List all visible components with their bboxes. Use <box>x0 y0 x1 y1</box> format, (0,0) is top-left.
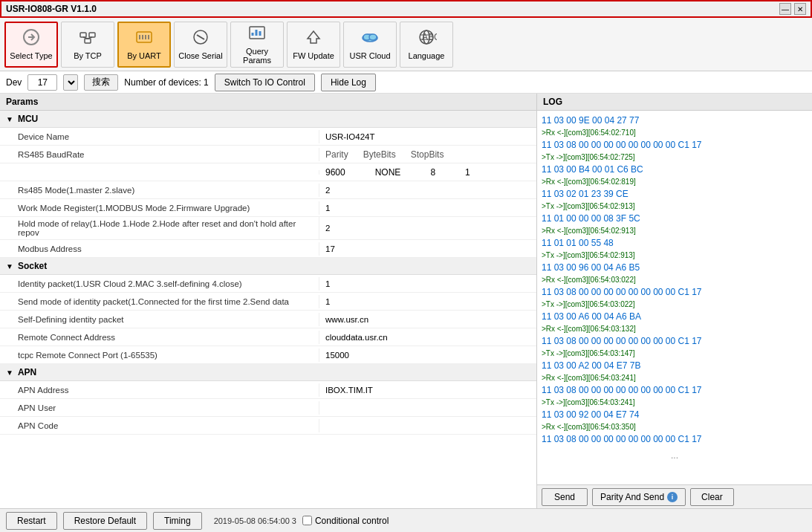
list-item: >Tx ->][com3][06:54:02:725] <box>542 152 808 163</box>
list-item: >Rx <-][com3][06:54:03:350] <box>542 421 808 432</box>
param-label: Self-Defining identity packet <box>0 313 319 326</box>
param-label: Send mode of identity packet(1.Connected… <box>0 295 319 308</box>
param-value-item: 1 <box>465 167 470 178</box>
minimize-button[interactable]: — <box>779 3 791 15</box>
search-button[interactable]: 搜索 <box>84 74 118 91</box>
svg-rect-2 <box>89 33 95 37</box>
conditional-label: Conditional control <box>302 516 389 526</box>
log-bottom-bar: Send Parity And Send i Clear <box>537 484 812 508</box>
param-label: RS485 BaudRate <box>0 148 319 161</box>
param-value-cell: StopBits <box>411 149 444 160</box>
section-header-socket[interactable]: ▼Socket <box>0 258 536 275</box>
svg-line-12 <box>197 35 204 39</box>
table-row: APN Code <box>0 417 536 435</box>
list-item: >Rx <-][com3][06:54:02:710] <box>542 127 808 138</box>
dev-select[interactable] <box>63 74 78 91</box>
table-row: Send mode of identity packet(1.Connected… <box>0 293 536 311</box>
section-header-apn[interactable]: ▼APN <box>0 364 536 381</box>
param-value-item: NONE <box>375 167 401 178</box>
dev-label: Dev <box>6 77 22 88</box>
list-item: >Tx ->][com3][06:54:02:913] <box>542 201 808 212</box>
list-item: >Rx <-][com3][06:54:02:819] <box>542 176 808 187</box>
restart-button[interactable]: Restart <box>6 512 57 530</box>
list-item: 11 03 08 00 00 00 00 00 00 00 00 C1 17 <box>542 432 808 446</box>
toolbar-btn-select-type[interactable]: Select Type <box>4 22 58 68</box>
table-row: tcpc Remote Connect Port (1-65535)15000 <box>0 346 536 364</box>
list-item: 11 03 08 00 00 00 00 00 00 00 00 C1 17 <box>542 285 808 299</box>
toolbar-btn-fw-update[interactable]: FW Update <box>287 22 340 68</box>
send-button[interactable]: Send <box>542 488 588 506</box>
main-area: Params ▼MCUDevice NameUSR-IO424TRS485 Ba… <box>0 94 812 508</box>
info-icon: i <box>667 492 678 502</box>
toolbar-btn-query-params[interactable]: Query Params <box>230 22 284 68</box>
param-values-multi: ParityByteBitsStopBits <box>319 147 449 162</box>
param-label: tcpc Remote Connect Port (1-65535) <box>0 348 319 362</box>
param-value <box>319 424 536 428</box>
usr-cloud-label: USR Cloud <box>349 51 390 60</box>
param-label: Device Name <box>0 130 319 143</box>
table-row: Self-Defining identity packetwww.usr.cn <box>0 311 536 328</box>
bottom-bar: Restart Restore Default Timing 2019-05-0… <box>0 508 812 532</box>
param-label: APN User <box>0 401 319 415</box>
list-item: >Rx <-][com3][06:54:03:132] <box>542 323 808 334</box>
table-row: APN AddressIBOX.TIM.IT <box>0 381 536 399</box>
param-value-item: 9600 <box>325 167 345 178</box>
list-item: >Tx ->][com3][06:54:02:913] <box>542 250 808 261</box>
log-content[interactable]: 11 03 00 9E 00 04 27 77>Rx <-][com3][06:… <box>537 111 812 484</box>
section-arrow: ▼ <box>6 115 13 123</box>
section-name: Socket <box>18 261 47 271</box>
log-panel: LOG 11 03 00 9E 00 04 27 77>Rx <-][com3]… <box>537 94 812 508</box>
list-item: 11 01 00 00 00 08 3F 5C <box>542 212 808 225</box>
list-item: 11 03 00 B4 00 01 C6 BC <box>542 163 808 176</box>
timestamp: 2019-05-08 06:54:00 3 <box>214 516 296 525</box>
toolbar-btn-by-uart[interactable]: By UART <box>117 22 171 68</box>
param-label: Hold mode of relay(1.Hode 1.Hode 2.Hode … <box>0 217 319 239</box>
toolbar-btn-language[interactable]: ABCLanguage <box>400 22 453 68</box>
table-row: Modbus Address17 <box>0 240 536 258</box>
table-row: Device NameUSR-IO424T <box>0 128 536 146</box>
parity-send-label: Parity And Send <box>600 492 664 502</box>
conditional-checkbox[interactable] <box>302 516 312 525</box>
param-label: Rs485 Mode(1.master 2.slave) <box>0 184 319 197</box>
usr-cloud-icon <box>360 28 380 49</box>
param-value: 2 <box>319 184 536 197</box>
select-type-icon <box>21 28 42 49</box>
param-value: 15000 <box>319 348 536 362</box>
table-row: Identity packet(1.USR Cloud 2.MAC 3.self… <box>0 275 536 293</box>
list-item: 11 01 01 00 55 48 <box>542 236 808 250</box>
dev-input[interactable] <box>27 74 57 91</box>
svg-marker-17 <box>308 31 319 43</box>
timing-button[interactable]: Timing <box>153 512 202 530</box>
toolbar-btn-usr-cloud[interactable]: USR Cloud <box>343 22 397 68</box>
close-button[interactable]: ✕ <box>794 3 806 15</box>
section-header-mcu[interactable]: ▼MCU <box>0 111 536 128</box>
section-name: MCU <box>18 114 38 124</box>
param-value: IBOX.TIM.IT <box>319 383 536 397</box>
params-header: Params <box>0 94 536 111</box>
window-controls: — ✕ <box>779 3 806 15</box>
list-item: 11 03 02 01 23 39 CE <box>542 187 808 201</box>
fw-update-label: FW Update <box>293 51 334 60</box>
svg-text:ABC: ABC <box>422 32 437 42</box>
param-label: Identity packet(1.USR Cloud 2.MAC 3.self… <box>0 277 319 291</box>
param-value: 1 <box>319 201 536 215</box>
toolbar-btn-close-serial[interactable]: Close Serial <box>174 22 227 68</box>
query-params-label: Query Params <box>231 47 283 65</box>
params-panel: Params ▼MCUDevice NameUSR-IO424TRS485 Ba… <box>0 94 537 508</box>
section-name: APN <box>18 367 36 377</box>
param-label: APN Address <box>0 383 319 397</box>
svg-rect-6 <box>137 32 152 42</box>
close-serial-label: Close Serial <box>178 51 222 60</box>
svg-rect-1 <box>80 33 86 37</box>
toolbar-btn-by-tcp[interactable]: By TCP <box>61 22 114 68</box>
list-item: >Rx <-][com3][06:54:03:022] <box>542 274 808 285</box>
switch-io-button[interactable]: Switch To IO Control <box>215 74 315 91</box>
hide-log-button[interactable]: Hide Log <box>321 74 376 91</box>
parity-send-button[interactable]: Parity And Send i <box>592 488 686 506</box>
table-row: APN User <box>0 399 536 417</box>
conditional-text: Conditional control <box>315 516 389 526</box>
restore-button[interactable]: Restore Default <box>63 512 147 530</box>
dev-bar: Dev 搜索 Number of devices: 1 Switch To IO… <box>0 71 812 94</box>
param-value <box>319 406 536 410</box>
clear-button[interactable]: Clear <box>690 488 734 506</box>
